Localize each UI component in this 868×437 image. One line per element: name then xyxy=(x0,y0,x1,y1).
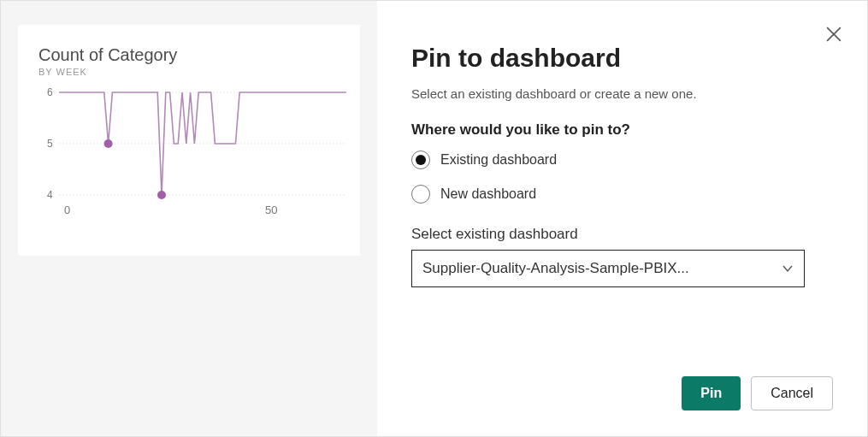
y-tick-5: 5 xyxy=(47,138,53,150)
chart-svg: 6 5 4 0 50 xyxy=(38,84,346,221)
close-button[interactable] xyxy=(826,27,841,42)
chart-subtitle: BY WEEK xyxy=(38,67,340,77)
close-icon xyxy=(826,27,841,42)
radio-existing-dashboard[interactable]: Existing dashboard xyxy=(411,151,833,169)
dialog-description: Select an existing dashboard or create a… xyxy=(411,86,833,101)
radio-icon-checked xyxy=(411,151,430,169)
chevron-down-icon xyxy=(782,263,794,275)
radio-new-dashboard[interactable]: New dashboard xyxy=(411,185,833,204)
select-value: Supplier-Quality-Analysis-Sample-PBIX... xyxy=(422,260,775,277)
chart-plot-area: 6 5 4 0 50 xyxy=(38,84,346,221)
chart-title: Count of Category xyxy=(38,45,340,65)
cancel-button[interactable]: Cancel xyxy=(751,376,833,410)
dialog-button-row: Pin Cancel xyxy=(411,351,833,410)
radio-new-label: New dashboard xyxy=(440,186,536,202)
chart-markers xyxy=(104,139,166,199)
pin-button[interactable]: Pin xyxy=(682,376,741,410)
y-tick-6: 6 xyxy=(47,86,53,98)
pin-target-heading: Where would you like to pin to? xyxy=(411,121,833,139)
select-existing-label: Select existing dashboard xyxy=(411,226,833,243)
chart-marker xyxy=(104,139,113,148)
dialog-content: Pin to dashboard Select an existing dash… xyxy=(377,1,867,436)
chart-preview-panel: Count of Category BY WEEK 6 5 4 0 50 xyxy=(1,1,377,436)
existing-dashboard-select[interactable]: Supplier-Quality-Analysis-Sample-PBIX... xyxy=(411,250,805,287)
x-tick-50: 50 xyxy=(265,204,277,216)
y-tick-4: 4 xyxy=(47,189,53,201)
pin-to-dashboard-dialog: Count of Category BY WEEK 6 5 4 0 50 xyxy=(0,0,868,437)
x-tick-0: 0 xyxy=(64,204,70,216)
chart-card: Count of Category BY WEEK 6 5 4 0 50 xyxy=(18,25,360,256)
radio-icon-unchecked xyxy=(411,185,430,204)
radio-existing-label: Existing dashboard xyxy=(440,152,557,168)
dialog-title: Pin to dashboard xyxy=(411,44,833,73)
chart-marker xyxy=(157,191,166,199)
